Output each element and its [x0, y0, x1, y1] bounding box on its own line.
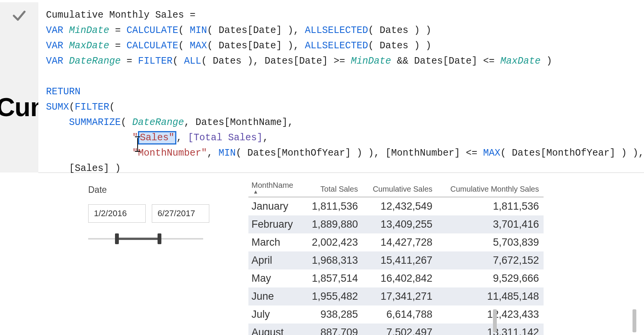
slicer-title: Date	[88, 185, 215, 195]
commit-formula-button[interactable]	[0, 2, 39, 29]
scrollbar-thumb-right[interactable]	[632, 309, 636, 332]
table-row[interactable]: July938,2856,614,78812,423,433	[248, 305, 544, 324]
cell-label: March	[248, 233, 303, 251]
code-token: "MonthNumber"	[132, 148, 207, 159]
cell-label: August	[248, 324, 303, 335]
cell-value: 9,529,666	[437, 269, 544, 287]
table-row[interactable]: June1,955,48217,341,27111,485,148	[248, 287, 544, 305]
code-token: RETURN	[46, 86, 80, 97]
code-token: ( Dates ), Dates[Date] >=	[201, 56, 351, 67]
cell-value: 7,502,497	[363, 324, 437, 335]
code-token: CALCULATE	[127, 40, 178, 51]
code-token: MaxDate	[69, 40, 109, 51]
code-token: ,	[263, 132, 268, 143]
slider-thumb-start[interactable]	[115, 233, 119, 244]
code-token: MIN	[190, 25, 207, 36]
table-row[interactable]: March2,002,42314,427,7285,703,839	[248, 233, 544, 251]
sort-ascending-icon: ▲	[251, 190, 299, 194]
column-header-label: MonthName	[251, 181, 293, 189]
code-token: ( Dates ) )	[368, 40, 431, 51]
cell-value: 12,432,549	[363, 197, 437, 215]
slider-thumb-end[interactable]	[158, 233, 161, 244]
code-token	[46, 148, 132, 159]
column-header-label: Cumulative Sales	[373, 185, 432, 193]
cell-label: February	[248, 215, 303, 233]
code-token: VAR	[46, 56, 69, 67]
code-token: Cumulative Monthly Sales =	[46, 10, 201, 21]
slicer-to-input[interactable]: 6/27/2017	[152, 204, 209, 223]
dax-formula-editor[interactable]: Cumulative Monthly Sales = VAR MinDate =…	[38, 2, 644, 173]
report-canvas: Date 1/2/2016 6/27/2017 MonthName▲Total …	[0, 172, 644, 335]
cell-value: 15,411,267	[363, 251, 437, 269]
code-token: =	[109, 25, 127, 36]
cell-value: 11,485,148	[437, 287, 544, 305]
code-token: (	[69, 102, 75, 113]
cell-label: July	[248, 305, 303, 324]
code-token: ,	[176, 132, 188, 143]
table-row[interactable]: January1,811,53612,432,5491,811,536	[248, 197, 544, 215]
code-token: MIN	[219, 148, 236, 159]
cell-value: 16,402,842	[363, 269, 437, 287]
code-token: =	[121, 56, 138, 67]
cell-label: January	[248, 197, 303, 215]
code-token	[46, 132, 132, 143]
code-token: ,	[207, 148, 219, 159]
code-token: FILTER	[75, 102, 109, 113]
code-token: ALLSELECTED	[305, 40, 368, 51]
code-token: MAX	[483, 148, 500, 159]
code-token: (	[178, 25, 190, 36]
code-token: MinDate	[69, 25, 109, 36]
code-token	[46, 117, 69, 128]
checkmark-icon	[11, 8, 27, 24]
cell-value: 12,423,433	[437, 305, 544, 324]
cell-value: 1,811,536	[437, 197, 544, 215]
code-token: ( Dates[Date] ),	[207, 25, 305, 36]
code-token: DateRange	[69, 56, 121, 67]
code-token: , Dates[MonthName],	[184, 117, 293, 128]
code-token: MAX	[190, 40, 207, 51]
code-token: VAR	[46, 25, 69, 36]
column-header-label: Total Sales	[320, 185, 358, 193]
table-row[interactable]: April1,968,31315,411,2677,672,152	[248, 251, 544, 269]
code-token: FILTER	[138, 56, 172, 67]
column-header-label: Cumulative Monthly Sales	[450, 185, 539, 193]
code-token: (	[178, 40, 190, 51]
column-header[interactable]: Cumulative Sales	[363, 177, 437, 197]
code-token: MinDate	[351, 56, 391, 67]
cell-value: 17,341,271	[363, 287, 437, 305]
table-visual: MonthName▲Total SalesCumulative SalesCum…	[248, 177, 636, 335]
cell-value: 3,701,416	[437, 215, 544, 233]
code-token: (	[172, 56, 184, 67]
code-token: [Total Sales]	[188, 132, 263, 143]
cell-value: 1,889,880	[303, 215, 363, 233]
scrollbar-thumb-left[interactable]	[493, 309, 497, 332]
column-header[interactable]: MonthName▲	[248, 177, 303, 197]
code-token: (	[109, 102, 115, 113]
table-row[interactable]: August887,7097,502,49713,311,142	[248, 324, 544, 335]
column-header[interactable]: Total Sales	[303, 177, 363, 197]
code-token: ALLSELECTED	[305, 25, 368, 36]
cell-value: 938,285	[303, 305, 363, 324]
cell-value: 1,857,514	[303, 269, 363, 287]
slicer-range-slider[interactable]	[88, 234, 203, 243]
cell-value: 2,002,423	[303, 233, 363, 251]
column-header[interactable]: Cumulative Monthly Sales	[437, 177, 544, 197]
code-token: MaxDate	[500, 56, 540, 67]
date-slicer: Date 1/2/2016 6/27/2017	[88, 185, 215, 243]
code-token: ( Dates[Date] ),	[207, 40, 305, 51]
code-token: ( Dates ) )	[368, 25, 431, 36]
code-token: VAR	[46, 40, 69, 51]
table-row[interactable]: February1,889,88013,409,2553,701,416	[248, 215, 544, 233]
code-token: =	[109, 40, 127, 51]
code-token: ALL	[184, 56, 201, 67]
code-token: DateRange	[132, 117, 184, 128]
slicer-from-input[interactable]: 1/2/2016	[88, 204, 146, 223]
code-token: SUMX	[46, 102, 69, 113]
cell-value: 1,955,482	[303, 287, 363, 305]
table-row[interactable]: May1,857,51416,402,8429,529,666	[248, 269, 544, 287]
cell-label: May	[248, 269, 303, 287]
code-token: )	[540, 56, 552, 67]
code-token: (	[121, 117, 132, 128]
cell-value: 6,614,788	[363, 305, 437, 324]
cell-value: 14,427,728	[363, 233, 437, 251]
